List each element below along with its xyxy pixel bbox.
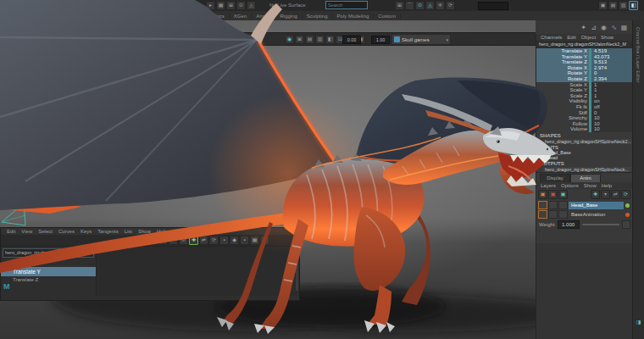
channel-box-menu-item[interactable]: Edit (567, 35, 575, 40)
channel-row[interactable]: Fk Ik off (536, 104, 633, 110)
layer-lock-toggle[interactable] (558, 210, 568, 219)
graph-editor-menu-item[interactable]: View (21, 229, 32, 234)
layer-solo-toggle[interactable] (548, 201, 558, 209)
shapes-node[interactable]: hero_dragon_rig:dragonSHSplineNeck2... (543, 139, 631, 144)
channel-box-menu-item[interactable]: Show (601, 35, 613, 40)
layer-create-icon[interactable]: ▣ (538, 190, 547, 199)
channel-row[interactable]: Volume 10 (536, 126, 633, 132)
attribute-editor-tab-icon[interactable]: ◨ (635, 319, 642, 326)
layer-option-icon[interactable]: ⇄ (611, 190, 620, 199)
channel-value[interactable]: off (591, 104, 633, 110)
layer-editor-menu-item[interactable]: Help (602, 183, 612, 188)
snap-icon[interactable]: ⌒ (405, 1, 414, 10)
shelf-tab[interactable]: XGen (230, 14, 252, 19)
channel-box-menu-item[interactable]: Object (581, 35, 596, 40)
layer-create-icon[interactable]: ▣ (548, 190, 558, 199)
outliner-node-field[interactable]: hero_dragon_rig:dragonNeck2_M (3, 248, 94, 258)
anim-layer-name[interactable]: BaseAnimation (569, 211, 624, 219)
channel-row[interactable]: Stretchy 10 (536, 115, 633, 121)
anim-layer-row[interactable]: BaseAnimation (536, 210, 633, 219)
graph-editor-tool-icon[interactable]: ▪ (240, 236, 249, 245)
channel-value[interactable]: 1 (591, 87, 633, 93)
channel-name[interactable]: Scale Z (536, 93, 589, 99)
shelf-tab[interactable]: Custom (374, 14, 401, 19)
shelf-tab[interactable]: MASH (129, 14, 153, 19)
sidebar-toggle-icon[interactable]: ▤ (608, 1, 618, 10)
shelf-tab[interactable]: Sculpting (303, 14, 333, 19)
graph-editor-tool-icon[interactable]: ⇄ (199, 236, 208, 245)
outliner-channel-row[interactable]: Translate Y (1, 267, 96, 276)
panel-toolbar-icon[interactable]: ▤ (305, 35, 314, 44)
channel-row[interactable]: Follow 10 (536, 121, 633, 127)
graph-editor-tool-icon[interactable]: ∿ (138, 236, 147, 245)
outliner-channel-row[interactable]: Translate X (1, 259, 96, 267)
shelf-tool-icon[interactable]: ⊿ (589, 23, 598, 32)
channel-name[interactable]: Scale X (536, 82, 589, 88)
layer-option-icon[interactable]: ⟳ (621, 190, 630, 199)
graph-editor-menu-item[interactable]: Show (138, 229, 151, 234)
channel-row[interactable]: Translate Y 43.073 (536, 54, 633, 60)
shelf-tab[interactable]: Anim (52, 14, 73, 19)
outputs-node[interactable]: hero_dragon_rig:dragonSHSplineNeck... (543, 167, 631, 172)
status-icon[interactable]: ◬ (247, 1, 256, 10)
graph-editor-menu-item[interactable]: Help (157, 229, 167, 234)
layer-editor-menu-item[interactable]: Layers (541, 183, 556, 188)
panel-toolbar-icon[interactable]: ▥ (315, 35, 325, 44)
shelf-tab[interactable]: Arnold (252, 14, 275, 19)
channel-value[interactable]: 2.974 (591, 65, 633, 71)
layer-solo-toggle[interactable] (548, 210, 558, 219)
sidebar-toggle-icon[interactable]: ▥ (619, 1, 628, 10)
weight-value-field[interactable]: 1.000 (558, 220, 580, 229)
gamma-field[interactable]: 1.00 (371, 36, 390, 44)
graph-editor-menu-item[interactable]: List (125, 229, 132, 234)
channel-value[interactable]: 9.513 (591, 59, 633, 65)
graph-editor-menu-item[interactable]: Select (38, 229, 53, 234)
shelf-tool-icon[interactable]: ✦ (579, 23, 588, 32)
panel-toolbar-icon[interactable]: ◉ (285, 35, 294, 44)
sidebar-toggle-icon[interactable]: ◧ (629, 1, 638, 10)
exposure-field[interactable]: 0.00 (342, 36, 361, 44)
shelf-tab[interactable]: FX Caching (16, 14, 52, 19)
layer-option-icon[interactable]: ▾ (601, 190, 610, 199)
channel-name[interactable]: Volume (536, 126, 589, 132)
channel-value[interactable]: 1 (591, 82, 633, 88)
channel-row[interactable]: Scale Y 1 (536, 87, 633, 93)
snap-icon[interactable]: ✛ (436, 1, 445, 10)
channel-row[interactable]: Rotate Z 2.394 (536, 76, 633, 82)
layer-editor-menu-item[interactable]: Show (584, 183, 597, 188)
channel-row[interactable]: Stiff 0 (536, 110, 633, 116)
shelf-tab[interactable]: Motion Graphics (183, 14, 230, 19)
graph-editor-tool-icon[interactable]: ✚ (189, 236, 198, 245)
channel-row[interactable]: Scale X 1 (536, 82, 633, 88)
panel-toolbar-icon[interactable]: ◧ (325, 35, 335, 44)
graph-editor-tool-icon[interactable]: ▪ (219, 236, 229, 245)
graph-editor-tool-icon[interactable]: ▦ (250, 236, 259, 245)
channel-value[interactable]: 4.519 (591, 48, 633, 54)
channel-row[interactable]: Translate X 4.519 (536, 48, 633, 54)
channel-name[interactable]: Follow (536, 121, 589, 127)
channel-value[interactable]: 10 (591, 121, 633, 127)
channel-value[interactable]: 0 (591, 110, 633, 116)
graph-editor-menu-item[interactable]: Tangents (97, 229, 118, 234)
channel-row[interactable]: Rotate X 2.974 (536, 65, 633, 71)
channel-value[interactable]: 10 (591, 115, 633, 121)
snap-icon[interactable]: ⟳ (446, 1, 455, 10)
graph-editor-scrollbar[interactable] (296, 248, 298, 291)
shelf-tab[interactable]: LookDev (100, 14, 130, 19)
graph-editor-curve-area[interactable] (97, 247, 299, 296)
shelf-tab[interactable]: FX (0, 14, 16, 19)
status-icon[interactable]: ▦ (216, 1, 225, 10)
channel-value[interactable]: 0 (591, 70, 633, 76)
graph-editor-tool-icon[interactable]: ⟳ (209, 236, 219, 245)
shelf-tab[interactable]: Rigging (276, 14, 303, 19)
channel-row[interactable]: Scale Z 1 (536, 93, 633, 99)
channel-name[interactable]: Scale Y (536, 87, 589, 93)
anim-layer-row[interactable]: Head_Base (536, 201, 633, 209)
channel-value[interactable]: 43.073 (591, 54, 633, 60)
channel-row[interactable]: Rotate Y 0 (536, 70, 633, 76)
layer-editor-tab[interactable]: Anim (570, 174, 601, 182)
graph-editor-tool-icon[interactable]: ▾ (148, 236, 158, 245)
channel-box-menu-item[interactable]: Channels (541, 35, 562, 40)
layer-lock-toggle[interactable] (558, 201, 568, 209)
shelf-tab[interactable]: Modeling (153, 14, 183, 19)
